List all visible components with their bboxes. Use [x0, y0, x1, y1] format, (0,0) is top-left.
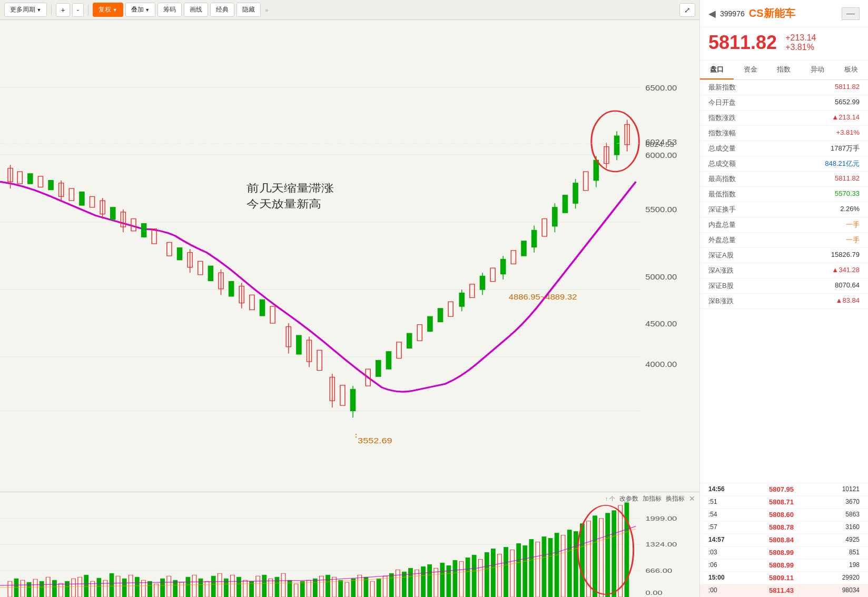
svg-rect-119	[65, 581, 70, 597]
svg-text:0.00: 0.00	[645, 590, 663, 596]
change-params-btn[interactable]: 改参数	[619, 494, 638, 503]
price-7: 5808.99	[735, 561, 828, 569]
toolbar-right: ⤢	[679, 3, 695, 17]
hua-xian-btn[interactable]: 画线	[184, 3, 208, 17]
svg-rect-162	[339, 580, 343, 597]
tab-zi-jin[interactable]: 资金	[734, 61, 767, 79]
data-table: 最新指数 5811.82 今日开盘 5652.99 指数涨跌 ▲213.14 指…	[700, 80, 868, 483]
svg-text:1324.00: 1324.00	[645, 541, 677, 548]
vol-4: 3160	[828, 523, 860, 531]
svg-rect-183	[472, 555, 476, 597]
vol-1: 10121	[828, 485, 860, 493]
price-6: 5808.99	[735, 549, 828, 556]
svg-text:6500.00: 6500.00	[645, 84, 677, 93]
svg-rect-166	[364, 577, 368, 597]
label-amount: 总成交额	[708, 159, 825, 168]
more-icon[interactable]: »	[263, 7, 270, 13]
vol-8: 29920	[828, 574, 860, 582]
time-row-9: :00 5811.43 98034	[700, 584, 868, 597]
volume-up-label: ↑ 个	[605, 495, 615, 503]
svg-rect-19	[48, 181, 53, 190]
price-change-abs: +213.14	[785, 33, 816, 43]
svg-text:3552.69: 3552.69	[358, 436, 392, 445]
nav-back-btn[interactable]: ◀	[708, 8, 716, 19]
svg-rect-205	[612, 511, 616, 597]
label-inner: 内盘总量	[708, 220, 846, 230]
fu-quan-btn[interactable]: 复权	[93, 3, 123, 17]
time-6: :03	[708, 549, 735, 556]
time-7: :06	[708, 561, 735, 569]
tab-zhi-shu[interactable]: 指数	[767, 61, 801, 79]
jing-dian-btn[interactable]: 经典	[210, 3, 234, 17]
tab-ban-kuai[interactable]: 板块	[834, 61, 868, 79]
svg-rect-31	[142, 224, 146, 237]
svg-text:前几天缩量滞涨: 前几天缩量滞涨	[246, 182, 334, 194]
svg-rect-60	[386, 352, 391, 369]
more-period-btn[interactable]: 更多周期	[4, 3, 47, 17]
svg-rect-156	[300, 581, 304, 597]
svg-rect-185	[485, 552, 489, 597]
value-kaipan: 5652.99	[835, 98, 860, 107]
value-outer: 一手	[846, 235, 860, 245]
volume-toolbar: ↑ 个 改参数 加指标 换指标 ✕	[600, 492, 699, 505]
svg-rect-124	[97, 578, 101, 597]
vol-5: 4925	[828, 536, 860, 544]
time-5: 14:57	[708, 536, 735, 544]
label-zhandie: 指数涨跌	[708, 113, 832, 123]
svg-rect-172	[402, 572, 407, 597]
fullscreen-btn[interactable]: ⤢	[679, 3, 695, 17]
time-table: 14:56 5807.95 10121 :51 5808.71 3670 :54…	[700, 483, 868, 597]
stock-header: ◀ 399976 CS新能车 —	[700, 0, 868, 27]
time-row-1: 14:56 5807.95 10121	[700, 483, 868, 496]
value-szb-change: ▲83.84	[836, 296, 860, 306]
price-2: 5808.71	[735, 498, 828, 506]
svg-text:6000.00: 6000.00	[645, 152, 677, 160]
svg-rect-126	[110, 573, 114, 597]
tab-yi-dong[interactable]: 异动	[801, 61, 834, 79]
svg-rect-122	[84, 575, 88, 597]
add-indicator-btn[interactable]: 加指标	[643, 494, 662, 503]
label-turnover: 深证换手	[708, 205, 840, 214]
svg-rect-192	[529, 540, 534, 597]
price-change: +213.14 +3.81%	[785, 33, 816, 52]
tab-pan-kou[interactable]: 盘口	[700, 61, 734, 79]
svg-rect-27	[111, 207, 115, 220]
volume-svg: 1999.00 1324.00 666.00 0.00	[0, 492, 699, 597]
data-row-inner: 内盘总量 一手	[700, 217, 868, 233]
svg-rect-204	[606, 513, 610, 597]
data-row-sza-change: 深A涨跌 ▲341.28	[700, 263, 868, 278]
label-zuixin: 最新指数	[708, 83, 835, 92]
value-low: 5570.33	[835, 190, 860, 199]
svg-rect-65	[438, 309, 443, 322]
zoom-in-btn[interactable]: +	[56, 3, 70, 17]
svg-rect-176	[428, 564, 432, 597]
svg-rect-115	[40, 581, 44, 597]
chou-ma-btn[interactable]: 筹码	[157, 3, 182, 17]
svg-rect-179	[447, 565, 451, 597]
zoom-out-btn[interactable]: -	[72, 3, 84, 17]
svg-rect-158	[313, 579, 318, 597]
die-jia-btn[interactable]: 叠加	[125, 3, 155, 17]
yin-cang-btn[interactable]: 隐藏	[236, 3, 261, 17]
vol-3: 5863	[828, 511, 860, 519]
tab-bar: 盘口 资金 指数 异动 板块	[700, 61, 868, 80]
price-4: 5808.78	[735, 523, 828, 531]
remove-stock-btn[interactable]: —	[842, 7, 860, 20]
volume-chart: ↑ 个 改参数 加指标 换指标 ✕ 1999.00 1324.00 666.00…	[0, 492, 699, 597]
close-volume-btn[interactable]: ✕	[689, 494, 695, 503]
svg-rect-152	[275, 577, 279, 597]
svg-text:4886.95~4889.32: 4886.95~4889.32	[509, 293, 577, 301]
vol-2: 3670	[828, 498, 860, 506]
label-volume: 总成交量	[708, 144, 831, 153]
time-row-3: :54 5808.60 5863	[700, 509, 868, 521]
change-indicator-btn[interactable]: 换指标	[666, 494, 685, 503]
value-high: 5811.82	[835, 174, 860, 184]
svg-rect-173	[409, 568, 413, 597]
data-row-szb-change: 深B涨跌 ▲83.84	[700, 294, 868, 309]
chart-container: 设置均线 ▼ 6500.00 6024.53 6000.00 5500.00	[0, 20, 699, 597]
svg-rect-200	[580, 524, 585, 597]
right-panel: ◀ 399976 CS新能车 — 5811.82 +213.14 +3.81% …	[699, 0, 868, 597]
data-row-zhangfu: 指数涨幅 +3.81%	[700, 126, 868, 141]
svg-rect-45	[260, 300, 264, 316]
price-1: 5807.95	[735, 485, 828, 493]
